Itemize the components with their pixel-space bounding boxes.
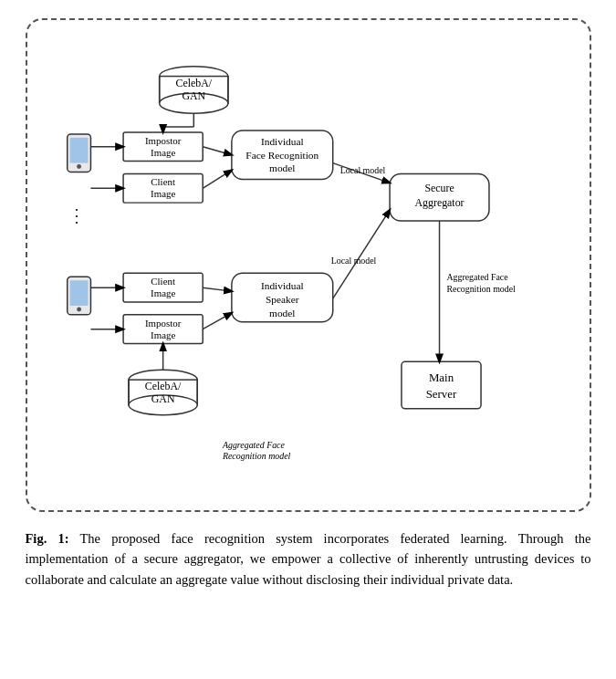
celeba-top: CelebA/ GAN	[159, 67, 227, 113]
aggregated-right-label2: Recognition model	[446, 284, 516, 294]
individual-speaker-label2: Speaker	[265, 294, 298, 305]
impostor-image-top-label: Impostor	[144, 135, 181, 146]
svg-line-29	[332, 210, 389, 298]
svg-line-21	[203, 147, 232, 155]
svg-point-5	[77, 307, 81, 311]
caption-label: Fig. 1:	[26, 531, 69, 546]
figure-container: ⋮ CelebA/ GAN Impostor Image Client Imag…	[26, 18, 591, 512]
celeba-bottom-label: CelebA/	[144, 380, 181, 392]
client-image-bottom-label: Client	[151, 276, 175, 287]
client-image-top-label: Client	[151, 176, 175, 187]
secure-aggregator-label: Secure	[424, 182, 454, 194]
diagram-svg: ⋮ CelebA/ GAN Impostor Image Client Imag…	[42, 37, 575, 497]
aggregated-bottom-label2: Recognition model	[221, 451, 290, 461]
main-server-box	[401, 361, 480, 408]
individual-speaker-label3: model	[269, 308, 295, 319]
local-model-bottom-label: Local model	[330, 256, 376, 266]
celeba-bottom: CelebA/ GAN	[129, 370, 197, 414]
main-server-label2: Server	[425, 388, 456, 401]
impostor-image-top-label2: Image	[151, 147, 175, 158]
caption: Fig. 1: The proposed face recognition sy…	[26, 528, 591, 590]
svg-rect-1	[69, 138, 88, 163]
aggregated-bottom-label: Aggregated Face	[221, 440, 285, 450]
caption-text: The proposed face recognition system inc…	[26, 531, 591, 587]
individual-face-label3: model	[269, 162, 295, 173]
local-model-top-label: Local model	[339, 165, 385, 175]
aggregated-right-label: Aggregated Face	[446, 272, 508, 282]
celeba-bottom-label2: GAN	[151, 392, 174, 405]
impostor-image-bottom-label: Impostor	[144, 318, 181, 329]
client-image-top-label2: Image	[151, 188, 175, 199]
client-image-bottom-label2: Image	[151, 287, 175, 298]
individual-face-label2: Face Recognition	[245, 150, 318, 161]
individual-speaker-label: Individual	[260, 280, 303, 291]
main-server-label: Main	[428, 371, 454, 384]
svg-line-22	[203, 170, 232, 188]
secure-aggregator-label2: Aggregator	[414, 196, 464, 209]
dots: ⋮	[67, 205, 85, 225]
celeba-top-label2: GAN	[182, 89, 205, 102]
svg-rect-4	[69, 280, 88, 306]
phone-bottom	[67, 277, 90, 315]
svg-point-2	[77, 164, 81, 169]
impostor-image-bottom-label2: Image	[151, 329, 175, 340]
svg-line-26	[203, 287, 232, 291]
phone-top	[67, 134, 90, 172]
svg-line-27	[203, 313, 232, 329]
individual-face-label: Individual	[260, 136, 303, 147]
celeba-top-label: CelebA/	[175, 77, 212, 89]
